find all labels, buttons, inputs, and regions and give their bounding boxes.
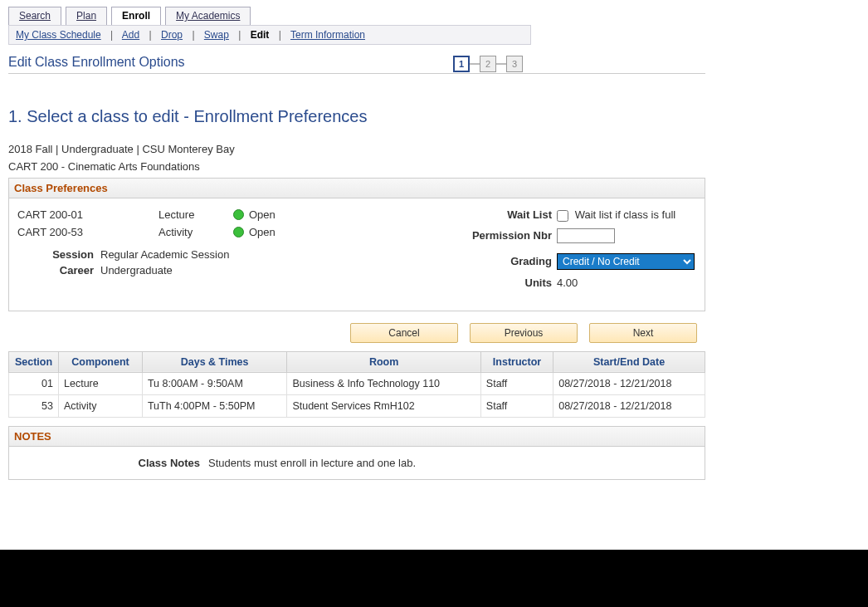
waitlist-label: Wait List xyxy=(447,208,557,221)
schedule-table: Section Component Days & Times Room Inst… xyxy=(8,351,705,418)
class-component: Lecture xyxy=(158,208,233,221)
section-heading: 1. Select a class to edit - Enrollment P… xyxy=(8,107,705,126)
notes-label: Class Notes xyxy=(17,457,208,469)
class-preferences-header: Class Preferences xyxy=(9,179,705,198)
class-row: CART 200-01 Lecture Open xyxy=(17,208,447,221)
units-value: 4.00 xyxy=(557,277,696,289)
class-code: CART 200-01 xyxy=(17,208,158,221)
permission-label: Permission Nbr xyxy=(447,229,557,242)
career-label: Career xyxy=(17,264,100,277)
status-open-icon xyxy=(233,209,244,220)
subnav: My Class Schedule | Add | Drop | Swap | … xyxy=(8,25,531,45)
step-3: 3 xyxy=(506,56,523,72)
session-label: Session xyxy=(17,248,100,261)
previous-button[interactable]: Previous xyxy=(470,323,578,343)
notes-box: NOTES Class Notes Students must enroll i… xyxy=(8,426,705,480)
status-open-icon xyxy=(233,227,244,237)
grading-label: Grading xyxy=(447,255,557,267)
step-indicator: 1 2 3 xyxy=(453,56,705,72)
waitlist-checkbox[interactable] xyxy=(557,210,568,222)
subnav-edit[interactable]: Edit xyxy=(251,29,270,41)
col-days: Days & Times xyxy=(142,351,286,372)
col-room: Room xyxy=(287,351,480,372)
step-2: 2 xyxy=(480,56,496,72)
career-value: Undergraduate xyxy=(100,264,173,277)
step-1: 1 xyxy=(453,56,470,72)
action-buttons: Cancel Previous Next xyxy=(17,323,697,343)
tab-enroll[interactable]: Enroll xyxy=(111,7,161,25)
page-title: Edit Class Enrollment Options xyxy=(8,55,185,73)
table-row: 53 Activity TuTh 4:00PM - 5:50PM Student… xyxy=(9,394,705,417)
class-status: Open xyxy=(249,208,276,221)
class-code: CART 200-53 xyxy=(17,226,158,238)
subnav-swap[interactable]: Swap xyxy=(204,29,229,41)
col-section: Section xyxy=(9,351,59,372)
class-component: Activity xyxy=(158,226,233,238)
subnav-term[interactable]: Term Information xyxy=(290,29,365,41)
permission-input[interactable] xyxy=(557,228,615,243)
bottom-black-region xyxy=(0,550,868,607)
class-row: CART 200-53 Activity Open xyxy=(17,226,447,238)
tab-search[interactable]: Search xyxy=(8,7,61,25)
grading-select[interactable]: Credit / No Credit xyxy=(557,253,695,270)
context-line: 2018 Fall | Undergraduate | CSU Monterey… xyxy=(8,143,705,155)
notes-text: Students must enroll in lecture and one … xyxy=(208,457,416,469)
col-dates: Start/End Date xyxy=(553,351,705,372)
cancel-button[interactable]: Cancel xyxy=(350,323,458,343)
units-label: Units xyxy=(447,277,557,289)
waitlist-text: Wait list if class is full xyxy=(575,208,676,221)
class-preferences-box: Class Preferences CART 200-01 Lecture Op… xyxy=(8,178,705,311)
subnav-schedule[interactable]: My Class Schedule xyxy=(16,29,101,41)
class-status: Open xyxy=(249,226,276,238)
subnav-add[interactable]: Add xyxy=(122,29,139,41)
top-tabs: Search Plan Enroll My Academics xyxy=(8,7,705,25)
col-component: Component xyxy=(59,351,143,372)
subnav-drop[interactable]: Drop xyxy=(161,29,183,41)
next-button[interactable]: Next xyxy=(589,323,697,343)
col-instructor: Instructor xyxy=(480,351,553,372)
session-value: Regular Academic Session xyxy=(100,248,229,261)
notes-header: NOTES xyxy=(9,427,705,447)
table-row: 01 Lecture Tu 8:00AM - 9:50AM Business &… xyxy=(9,372,705,394)
tab-my-academics[interactable]: My Academics xyxy=(165,7,251,25)
tab-plan[interactable]: Plan xyxy=(66,7,107,25)
course-line: CART 200 - Cinematic Arts Foundations xyxy=(8,160,705,173)
